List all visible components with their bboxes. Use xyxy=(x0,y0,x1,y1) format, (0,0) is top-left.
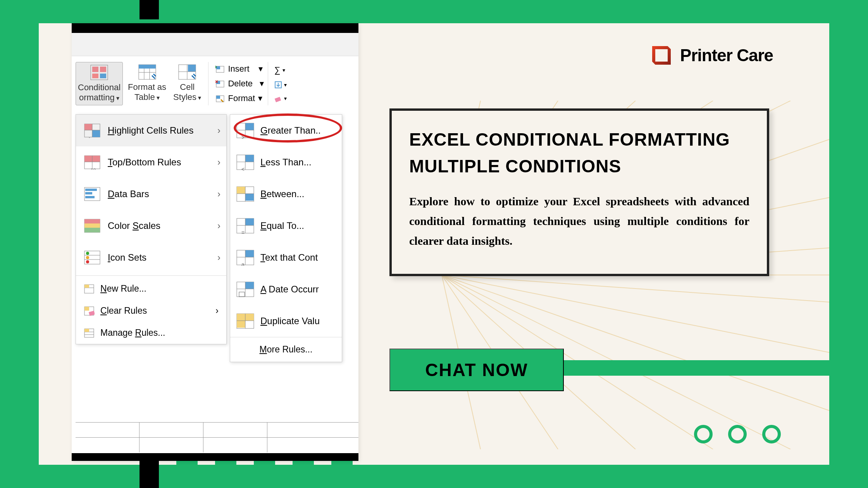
chevron-right-icon: › xyxy=(217,157,220,168)
svg-rect-108 xyxy=(237,321,245,328)
format-as-table-button[interactable]: Format asTable xyxy=(126,62,168,105)
svg-rect-67 xyxy=(84,285,89,288)
fill-button[interactable]: ▾ xyxy=(274,81,287,89)
svg-rect-106 xyxy=(237,314,245,321)
svg-rect-96 xyxy=(245,250,254,257)
text-contains-item[interactable]: a Text that Cont xyxy=(230,242,342,273)
svg-rect-36 xyxy=(216,96,220,99)
svg-text:a: a xyxy=(241,261,245,266)
svg-text:10: 10 xyxy=(91,168,96,170)
format-as-table-icon xyxy=(138,64,157,80)
highlight-cells-rules-item[interactable]: ≤ Highlight Cells Rules › xyxy=(76,115,226,146)
conditional-formatting-icon xyxy=(90,64,108,81)
excel-screenshot: Conditionalormatting Format asTable Cell… xyxy=(72,23,358,461)
icon-sets-item[interactable]: Icon Sets › xyxy=(76,242,226,273)
dot-2[interactable] xyxy=(728,425,747,443)
clear-rules-item[interactable]: Clear Rules › xyxy=(76,300,226,322)
svg-rect-81 xyxy=(245,155,254,162)
svg-rect-41 xyxy=(92,130,100,137)
content-area: Conditionalormatting Format asTable Cell… xyxy=(39,23,829,465)
fill-down-icon xyxy=(274,81,282,89)
top-bottom-rules-item[interactable]: 10 Top/Bottom Rules › xyxy=(76,146,226,178)
color-scales-item[interactable]: Color Scales › xyxy=(76,210,226,242)
svg-rect-28 xyxy=(188,65,196,72)
main-card: EXCEL CONDITIONAL FORMATTING MULTIPLE CO… xyxy=(389,108,769,276)
equal-to-icon: = xyxy=(236,218,255,234)
pagination-dots xyxy=(694,425,781,443)
greater-than-icon: > xyxy=(236,122,255,139)
svg-rect-32 xyxy=(216,66,220,69)
svg-point-62 xyxy=(86,252,89,255)
spreadsheet-cells[interactable] xyxy=(76,422,358,451)
data-bars-item[interactable]: Data Bars › xyxy=(76,178,226,210)
svg-text:≤: ≤ xyxy=(88,136,90,138)
sigma-icon: ∑ xyxy=(274,65,281,75)
delete-button[interactable]: Delete ▾ xyxy=(215,79,264,89)
svg-rect-56 xyxy=(84,219,100,223)
top-stripes xyxy=(140,0,353,19)
icon-sets-icon xyxy=(84,250,101,265)
insert-icon xyxy=(215,65,225,73)
greater-than-item[interactable]: > Greater Than.. xyxy=(230,115,342,146)
svg-line-10 xyxy=(442,275,829,352)
svg-rect-69 xyxy=(84,307,89,311)
format-button[interactable]: Format ▾ xyxy=(215,93,264,103)
chevron-right-icon: › xyxy=(217,220,220,231)
equal-to-item[interactable]: = Equal To... xyxy=(230,210,342,242)
ribbon: Conditionalormatting Format asTable Cell… xyxy=(72,56,358,111)
conditional-formatting-button[interactable]: Conditionalormatting xyxy=(76,62,123,105)
chat-now-button[interactable]: CHAT NOW xyxy=(389,349,564,391)
brand-name: Printer Care xyxy=(680,46,773,65)
svg-rect-86 xyxy=(237,187,245,194)
eraser-icon xyxy=(274,95,282,102)
dot-3[interactable] xyxy=(762,425,781,443)
highlight-cells-icon: ≤ xyxy=(84,123,101,138)
svg-text:<: < xyxy=(241,166,245,170)
svg-rect-54 xyxy=(85,196,95,198)
more-rules-item[interactable]: More Rules... xyxy=(230,337,342,362)
svg-rect-53 xyxy=(85,192,92,194)
format-icon xyxy=(215,94,225,103)
svg-line-9 xyxy=(442,275,829,302)
autosum-button[interactable]: ∑ ▾ xyxy=(274,65,287,75)
highlight-cells-submenu: > Greater Than.. < Less Than... Between.… xyxy=(230,114,342,362)
svg-rect-19 xyxy=(100,67,106,72)
duplicate-values-item[interactable]: Duplicate Valu xyxy=(230,305,342,337)
svg-point-64 xyxy=(86,260,89,263)
new-rule-icon xyxy=(84,284,95,294)
dot-1[interactable] xyxy=(694,425,713,443)
text-contains-icon: a xyxy=(236,249,255,266)
svg-rect-21 xyxy=(100,74,106,78)
svg-rect-76 xyxy=(245,123,254,130)
svg-rect-58 xyxy=(84,228,100,232)
cell-styles-button[interactable]: CellStyles xyxy=(171,62,208,105)
svg-rect-74 xyxy=(84,329,89,332)
svg-text:=: = xyxy=(241,230,245,234)
conditional-formatting-label: Conditionalormatting xyxy=(78,82,121,103)
clear-rules-icon xyxy=(84,306,95,316)
cell-styles-label: CellStyles xyxy=(173,82,201,103)
insert-button[interactable]: Insert ▾ xyxy=(215,64,264,74)
svg-rect-18 xyxy=(92,67,98,72)
brand-logo: Printer Care xyxy=(651,45,773,66)
manage-rules-item[interactable]: Manage Rules... xyxy=(76,322,226,344)
clear-button[interactable]: ▾ xyxy=(274,95,287,102)
top-bottom-icon: 10 xyxy=(84,155,101,170)
date-occurring-item[interactable]: A Date Occurr xyxy=(230,273,342,305)
svg-rect-101 xyxy=(245,282,254,289)
less-than-item[interactable]: < Less Than... xyxy=(230,146,342,178)
less-than-icon: < xyxy=(236,154,255,170)
new-rule-item[interactable]: New Rule... xyxy=(76,278,226,300)
chevron-right-icon: › xyxy=(217,252,220,263)
delete-icon xyxy=(215,79,225,88)
svg-rect-107 xyxy=(245,314,254,321)
svg-point-63 xyxy=(86,256,89,259)
between-item[interactable]: Between... xyxy=(230,178,342,210)
svg-rect-52 xyxy=(85,189,97,191)
between-icon xyxy=(236,186,255,202)
svg-rect-87 xyxy=(245,194,254,201)
format-as-table-label: Format asTable xyxy=(128,82,166,103)
svg-rect-46 xyxy=(84,156,92,162)
chevron-right-icon: › xyxy=(217,189,220,199)
svg-rect-57 xyxy=(84,223,100,228)
